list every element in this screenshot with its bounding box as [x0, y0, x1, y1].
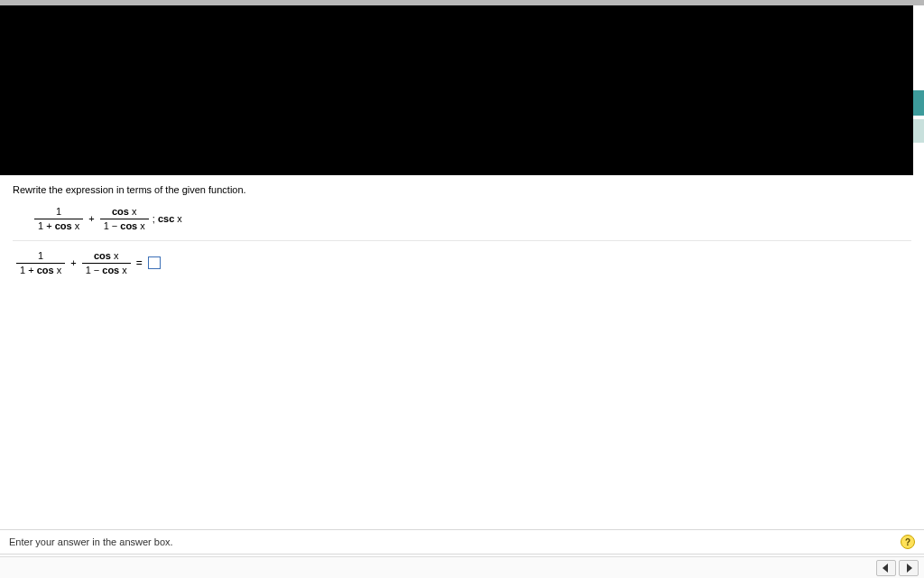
fraction-2b: cos x 1 − cos x: [82, 250, 131, 275]
footer-bar: Enter your answer in the answer box. ?: [0, 529, 924, 555]
nav-bar: [0, 556, 924, 578]
footer-hint: Enter your answer in the answer box.: [9, 536, 173, 547]
frac1-numerator: 1: [52, 206, 65, 219]
side-tab-active[interactable]: [913, 90, 924, 116]
fraction-1: 1 1 + cos x: [34, 206, 83, 231]
fraction-1b: 1 1 + cos x: [16, 250, 65, 275]
frac2-denominator: 1 − cos x: [100, 219, 149, 232]
instruction-text: Rewrite the expression in terms of the g…: [13, 184, 911, 195]
chevron-right-icon: [905, 564, 912, 573]
side-tab-secondary[interactable]: [913, 119, 924, 143]
header-black-region: [0, 5, 913, 175]
fraction-2: cos x 1 − cos x: [100, 206, 149, 231]
given-function: ; csc x: [149, 213, 182, 224]
svg-marker-0: [882, 564, 888, 573]
answer-row: 1 1 + cos x + cos x 1 − cos x =: [13, 240, 911, 283]
help-button[interactable]: ?: [901, 535, 915, 549]
side-tabs: [913, 5, 924, 146]
equals-sign: =: [131, 256, 148, 269]
side-tab-blank: [913, 5, 924, 56]
frac1-denominator: 1 + cos x: [34, 219, 83, 232]
chevron-left-icon: [882, 564, 890, 573]
plus-operator: +: [83, 213, 99, 224]
answer-input[interactable]: [148, 256, 161, 269]
prev-button[interactable]: [876, 560, 896, 576]
svg-marker-1: [907, 564, 912, 573]
frac2-numerator: cos x: [108, 206, 141, 219]
question-content: Rewrite the expression in terms of the g…: [0, 175, 924, 284]
expression-row: 1 1 + cos x + cos x 1 − cos x ; csc x: [13, 202, 911, 238]
side-tab-blank-2: [913, 60, 924, 87]
next-button[interactable]: [899, 560, 919, 576]
plus-operator-2: +: [65, 257, 81, 268]
